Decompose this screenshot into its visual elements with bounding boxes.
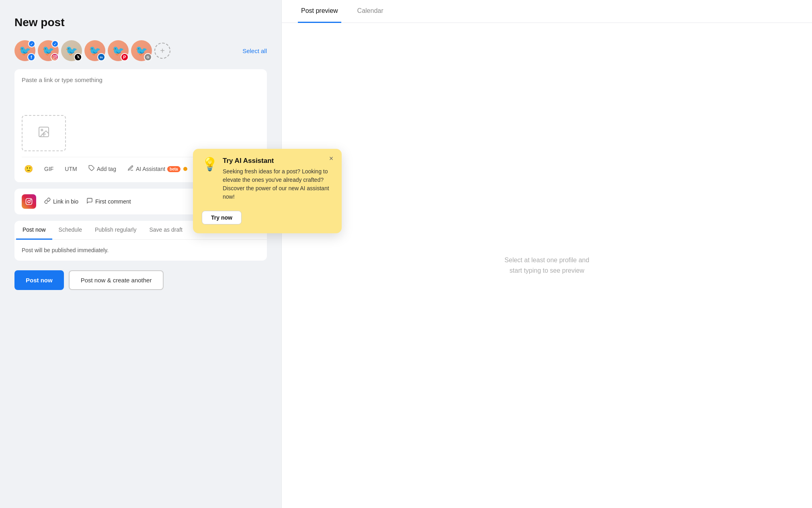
utm-button[interactable]: UTM	[62, 164, 79, 174]
action-buttons: Post now Post now & create another	[14, 270, 267, 290]
left-panel: New post 🐦 ✓ f 🐦 ✓ 🐦 𝕏	[0, 0, 281, 508]
svg-point-4	[41, 129, 43, 131]
svg-point-9	[28, 200, 30, 203]
ai-popup-title: Try AI Assistant	[223, 157, 333, 165]
tag-icon	[88, 165, 95, 173]
instagram-icon	[22, 194, 36, 209]
ai-assistant-label: AI Assistant	[136, 166, 165, 172]
ai-assistant-button[interactable]: AI Assistant beta	[125, 163, 190, 175]
first-comment-icon	[86, 197, 93, 206]
instagram-platform-badge	[51, 53, 59, 61]
beta-badge: beta	[167, 166, 180, 172]
post-now-description: Post will be published immediately.	[22, 247, 109, 253]
emoji-button[interactable]: 🙂	[22, 163, 35, 175]
tab-calendar[interactable]: Calendar	[354, 0, 387, 23]
compose-textarea[interactable]	[22, 76, 260, 109]
image-upload-placeholder[interactable]	[22, 115, 66, 151]
post-now-create-another-button[interactable]: Post now & create another	[69, 270, 164, 290]
x-platform-badge: 𝕏	[74, 53, 82, 61]
profile-pinterest[interactable]: 🐦 P	[108, 40, 129, 61]
add-profile-button[interactable]: +	[154, 43, 170, 59]
profiles-row: 🐦 ✓ f 🐦 ✓ 🐦 𝕏 🐦 in	[14, 40, 267, 61]
add-tag-label: Add tag	[97, 166, 116, 172]
image-upload-icon	[37, 125, 50, 141]
tab-schedule[interactable]: Schedule	[52, 221, 88, 240]
right-panel: Post preview Calendar Select at least on…	[281, 0, 812, 508]
selected-check-ig: ✓	[51, 40, 59, 47]
ai-popup-text: Try AI Assistant Seeking fresh ideas for…	[223, 157, 333, 201]
preview-hint: Select at least one profile andstart typ…	[504, 255, 589, 276]
profile-facebook[interactable]: 🐦 ✓ f	[14, 40, 35, 61]
emoji-icon: 🙂	[24, 165, 33, 173]
ai-popup-description: Seeking fresh ideas for a post? Looking …	[223, 167, 333, 201]
ai-popup-header: 💡 Try AI Assistant Seeking fresh ideas f…	[202, 157, 333, 201]
add-tag-button[interactable]: Add tag	[86, 163, 119, 175]
profile-generic[interactable]: 🐦 G	[131, 40, 152, 61]
ai-assistant-popup: × 💡 Try AI Assistant Seeking fresh ideas…	[193, 149, 342, 233]
link-in-bio-icon	[44, 197, 51, 206]
preview-hint-text: Select at least one profile andstart typ…	[504, 257, 589, 274]
utm-label: UTM	[65, 166, 77, 172]
select-all-button[interactable]: Select all	[242, 47, 267, 54]
facebook-platform-badge: f	[27, 53, 35, 61]
svg-point-2	[55, 56, 56, 56]
ai-assistant-icon	[127, 165, 134, 173]
tab-save-as-draft[interactable]: Save as draft	[143, 221, 189, 240]
gif-label: GIF	[44, 166, 53, 172]
tab-post-preview[interactable]: Post preview	[298, 0, 341, 23]
ai-try-now-button[interactable]: Try now	[202, 211, 242, 224]
tab-publish-regularly[interactable]: Publish regularly	[88, 221, 143, 240]
linkedin-platform-badge: in	[97, 53, 105, 61]
tab-post-now[interactable]: Post now	[16, 221, 52, 240]
svg-point-10	[31, 199, 31, 200]
gif-button[interactable]: GIF	[42, 164, 56, 174]
svg-point-1	[54, 56, 55, 58]
profile-linkedin[interactable]: 🐦 in	[84, 40, 105, 61]
first-comment-option[interactable]: First comment	[86, 197, 131, 206]
right-panel-content: Select at least one profile andstart typ…	[282, 23, 812, 508]
profile-instagram[interactable]: 🐦 ✓	[38, 40, 59, 61]
selected-check-badge: ✓	[28, 40, 35, 47]
link-in-bio-option[interactable]: Link in bio	[44, 197, 78, 206]
ai-popup-close-button[interactable]: ×	[326, 154, 336, 163]
ai-notification-dot	[183, 167, 187, 171]
right-panel-header: Post preview Calendar	[282, 0, 812, 23]
svg-rect-8	[26, 199, 32, 205]
generic-platform-badge: G	[144, 53, 152, 61]
publish-content: Post will be published immediately.	[14, 240, 267, 261]
pinterest-platform-badge: P	[121, 53, 129, 61]
profile-twitter-x[interactable]: 🐦 𝕏	[61, 40, 82, 61]
post-now-button[interactable]: Post now	[14, 270, 64, 290]
first-comment-label: First comment	[95, 198, 131, 205]
svg-rect-0	[53, 55, 56, 59]
ai-bulb-icon: 💡	[202, 158, 218, 171]
link-in-bio-label: Link in bio	[53, 198, 78, 205]
page-title: New post	[14, 16, 267, 29]
